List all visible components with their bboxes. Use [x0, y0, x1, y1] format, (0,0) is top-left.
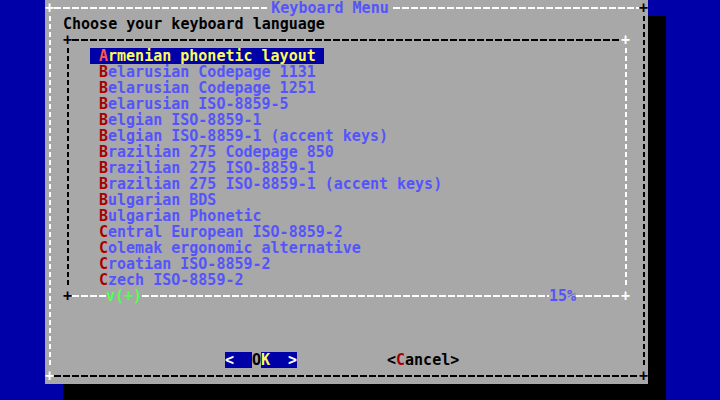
- menu-item[interactable]: Belgian ISO-8859-1: [99, 112, 262, 128]
- menu-item[interactable]: Czech ISO-8859-2: [99, 272, 244, 288]
- menu-item[interactable]: Bulgarian Phonetic: [99, 208, 262, 224]
- menu-item[interactable]: Croatian ISO-8859-2: [99, 256, 271, 272]
- menu-item[interactable]: Belgian ISO-8859-1 (accent keys): [99, 128, 388, 144]
- menu-item[interactable]: Colemak ergonomic alternative: [99, 240, 361, 256]
- terminal-screen: + Keyboard Menu + + + Choose your keyboa…: [0, 0, 720, 400]
- cancel-hotkey-char: C: [396, 351, 405, 369]
- keyboard-menu-dialog: + Keyboard Menu + + + Choose your keyboa…: [45, 0, 648, 384]
- menu-item[interactable]: Belarusian Codepage 1251: [99, 80, 316, 96]
- menu-item-hotkey: C: [99, 271, 108, 289]
- cancel-bracket-left: <: [387, 351, 396, 369]
- cancel-bracket-right: >: [450, 351, 459, 369]
- ok-hotkey-char: K: [261, 352, 270, 368]
- cancel-label-rest: ancel: [405, 351, 450, 369]
- menu-list: Armenian phonetic layoutBelarusian Codep…: [45, 0, 648, 384]
- ok-cursor-char: O: [252, 352, 261, 368]
- menu-item[interactable]: Brazilian 275 ISO-8859-1: [99, 160, 316, 176]
- menu-item[interactable]: Armenian phonetic layout: [90, 48, 324, 64]
- menu-item[interactable]: Belarusian ISO-8859-5: [99, 96, 289, 112]
- menu-item[interactable]: Brazilian 275 ISO-8859-1 (accent keys): [99, 176, 442, 192]
- menu-item[interactable]: Bulgarian BDS: [99, 192, 216, 208]
- ok-button[interactable]: < O K >: [225, 352, 297, 368]
- menu-item[interactable]: Belarusian Codepage 1131: [99, 64, 316, 80]
- menu-item[interactable]: Central European ISO-8859-2: [99, 224, 343, 240]
- cancel-button[interactable]: <Cancel>: [387, 352, 459, 368]
- ok-bracket-left: <: [225, 352, 234, 368]
- ok-bracket-right: >: [288, 352, 297, 368]
- menu-item[interactable]: Brazilian 275 Codepage 850: [99, 144, 334, 160]
- menu-item-label: zech ISO-8859-2: [108, 271, 243, 289]
